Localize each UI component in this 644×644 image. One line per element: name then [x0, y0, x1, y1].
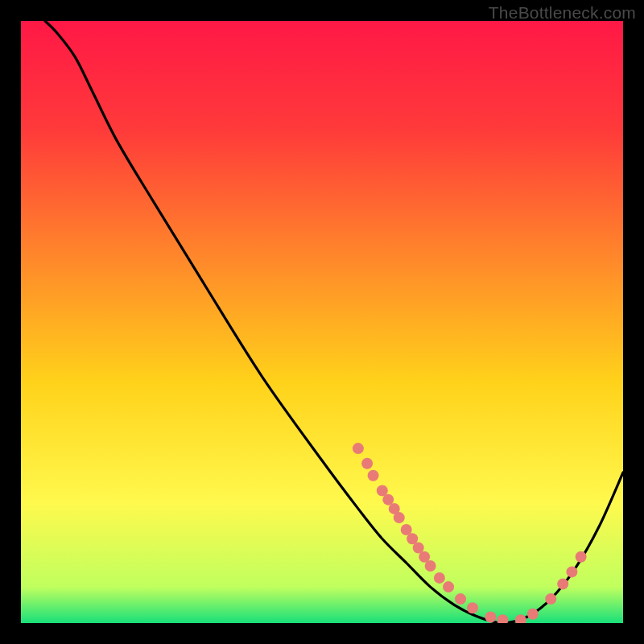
curve-marker [443, 581, 454, 592]
curve-marker [434, 572, 445, 584]
chart-svg [21, 21, 623, 623]
curve-marker [576, 551, 587, 563]
curve-marker [557, 578, 568, 589]
curve-marker [361, 458, 373, 469]
curve-marker [527, 609, 539, 620]
curve-marker [425, 560, 436, 572]
curve-marker [467, 602, 478, 613]
chart-background [21, 21, 623, 623]
curve-marker [353, 443, 364, 454]
curve-marker [368, 470, 379, 481]
watermark-text: TheBottleneck.com [489, 3, 636, 23]
curve-marker [394, 512, 405, 523]
curve-marker [485, 612, 496, 623]
curve-marker [545, 593, 556, 605]
chart-frame [21, 21, 623, 623]
curve-marker [566, 566, 577, 577]
curve-marker [455, 593, 466, 605]
